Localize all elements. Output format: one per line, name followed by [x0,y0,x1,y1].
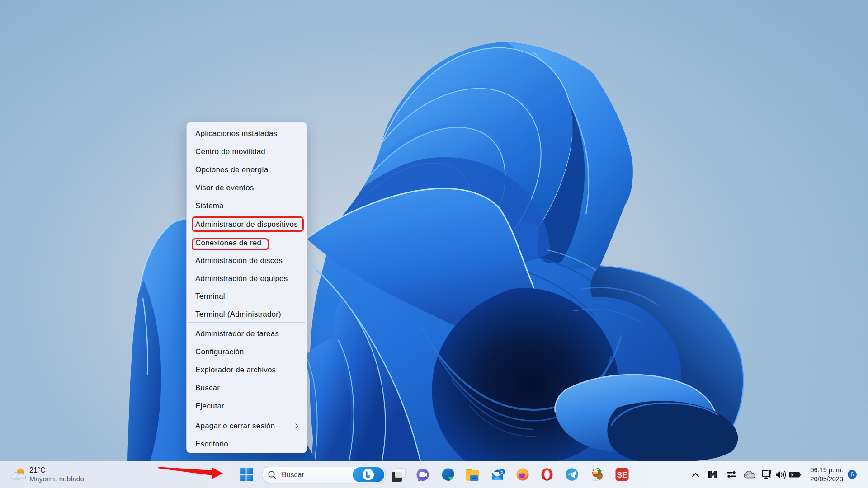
svg-text:SE: SE [617,471,627,479]
svg-text:5: 5 [500,469,503,474]
